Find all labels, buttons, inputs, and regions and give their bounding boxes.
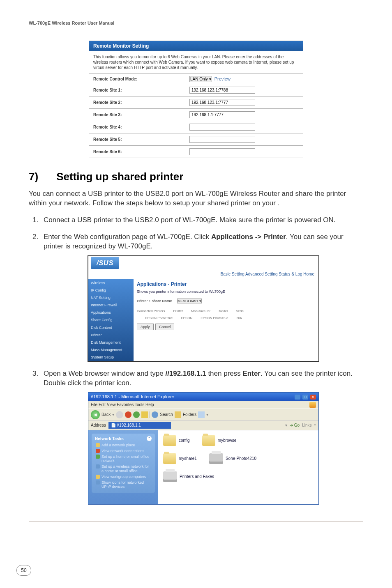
asus-side-item[interactable]: System Setup xyxy=(88,354,134,361)
window-buttons[interactable]: _ □ × xyxy=(294,394,316,400)
step-3: Open a Web browser window and type //192… xyxy=(40,369,363,504)
step-2: Enter the Web configuration page of WL-7… xyxy=(40,232,363,362)
rm-input-1[interactable] xyxy=(189,87,255,94)
rm-input-6[interactable] xyxy=(189,148,255,155)
links-label[interactable]: Links xyxy=(302,423,311,428)
minimize-icon[interactable]: _ xyxy=(295,395,300,400)
rm-mode-label: Remote Control Mode: xyxy=(89,74,185,84)
asus-share-label: Printer 1 share Name xyxy=(137,299,172,303)
ie-side-item[interactable]: View workgroup computers xyxy=(96,475,152,479)
go-button[interactable]: ➔ Go xyxy=(290,423,300,428)
ie-toolbar[interactable]: ◄ Back ▾ Search Folders ▾ xyxy=(88,409,318,421)
rm-row-label: Remote Site 6: xyxy=(89,146,185,158)
asus-apply-button[interactable]: Apply xyxy=(137,324,154,330)
section-title: Setting up shared printer xyxy=(56,170,183,183)
footer-divider xyxy=(29,521,363,521)
rm-row-label: Remote Site 1: xyxy=(89,84,185,96)
close-icon[interactable]: × xyxy=(310,395,316,400)
folder-item[interactable]: myshare1 xyxy=(163,453,197,464)
asus-col-val: N/A xyxy=(237,316,242,321)
ie-sidebar: Network Tasks ˄ Add a network place View… xyxy=(88,430,158,504)
rm-row-label: Remote Site 4: xyxy=(89,121,185,133)
step2-bold: Applications -> Printer xyxy=(211,233,286,241)
folder-icon xyxy=(163,453,176,464)
stop-icon[interactable] xyxy=(125,411,131,418)
rm-row-label: Remote Site 2: xyxy=(89,96,185,109)
asus-config-screenshot: /SUS Basic Setting Advanced Setting Stat… xyxy=(88,255,319,362)
remote-monitor-screenshot: Remote Monitor Setting This function all… xyxy=(89,41,303,158)
rm-input-5[interactable] xyxy=(189,136,255,143)
asus-tabs[interactable]: Basic Setting Advanced Setting Status & … xyxy=(88,270,318,279)
page-number: 50 xyxy=(16,565,31,576)
views-icon[interactable] xyxy=(198,411,205,418)
step3-bold-addr: //192.168.1.1 xyxy=(165,370,206,377)
header-divider xyxy=(29,38,363,38)
rm-mode-select[interactable]: LAN Only ▾ xyxy=(189,76,212,82)
asus-side-item[interactable]: Printer xyxy=(88,331,134,339)
asus-main-subtitle: Shows you printer information connected … xyxy=(137,289,315,294)
home-icon[interactable] xyxy=(141,411,148,418)
ie-menubar[interactable]: File Edit View Favorites Tools Help xyxy=(88,401,318,409)
search-icon[interactable] xyxy=(152,411,158,418)
asus-col-val: EPSON xyxy=(181,316,192,321)
asus-side-item[interactable]: Disk Management xyxy=(88,339,134,346)
folders-icon[interactable] xyxy=(175,411,181,418)
folder-item[interactable]: mybrowse xyxy=(202,435,237,446)
rm-row-label: Remote Site 3: xyxy=(89,109,185,121)
asus-side-item[interactable]: Disk Content xyxy=(88,324,134,331)
forward-button-icon[interactable] xyxy=(116,411,123,418)
asus-side-item[interactable]: Applications xyxy=(88,309,134,316)
asus-side-item[interactable]: IP Config xyxy=(88,287,134,294)
folder-icon xyxy=(163,435,176,446)
remote-monitor-desc: This function allows you to monitor up t… xyxy=(89,51,303,74)
asus-side-item[interactable]: NAT Setting xyxy=(88,294,134,301)
asus-sidebar[interactable]: Wireless IP Config NAT Setting Internet … xyxy=(88,279,134,361)
ie-main-pane[interactable]: config mybrowse myshare1 Sohe-Photo4210 … xyxy=(158,430,318,504)
address-input[interactable]: 📄 \\192.168.1.1 xyxy=(108,422,171,429)
folders-label[interactable]: Folders xyxy=(183,412,196,418)
ie-addressbar[interactable]: Address 📄 \\192.168.1.1 ▾ ➔ Go Links » xyxy=(88,421,318,430)
folder-item[interactable]: config xyxy=(163,435,190,446)
asus-col-hdr: Manufacturer xyxy=(191,309,210,314)
ie-side-item[interactable]: View network connections xyxy=(96,449,152,453)
back-label[interactable]: Back xyxy=(101,412,111,418)
asus-side-item[interactable]: Internet Firewall xyxy=(88,301,134,309)
search-label[interactable]: Search xyxy=(160,412,173,418)
folder-item[interactable]: Printers and Faxes xyxy=(163,471,214,482)
back-button-icon[interactable]: ◄ xyxy=(91,410,100,419)
rm-input-3[interactable] xyxy=(189,111,255,118)
manual-header: WL-700gE Wireless Router User Manual xyxy=(29,21,363,25)
collapse-icon[interactable]: ˄ xyxy=(147,436,152,441)
refresh-icon[interactable] xyxy=(133,411,140,418)
remote-monitor-title: Remote Monitor Setting xyxy=(89,41,303,51)
step-1: Connect a USB printer to the USB2.0 port… xyxy=(40,216,363,225)
ie-side-item[interactable]: Set up a wireless network for a home or … xyxy=(96,464,152,473)
ie-title: \\192.168.1.1 - Microsoft Internet Explo… xyxy=(91,394,174,400)
rm-input-4[interactable] xyxy=(189,124,255,131)
step3-bold-enter: Enter xyxy=(243,370,261,377)
asus-side-item[interactable]: Mass Management xyxy=(88,346,134,354)
ie-screenshot: \\192.168.1.1 - Microsoft Internet Explo… xyxy=(88,392,319,504)
rm-preview-link[interactable]: Preview xyxy=(214,76,231,81)
rm-input-2[interactable] xyxy=(189,99,255,106)
maximize-icon[interactable]: □ xyxy=(302,395,308,400)
asus-col-hdr: Model xyxy=(219,309,228,314)
asus-col-hdr: Serial xyxy=(236,309,244,314)
printer-icon xyxy=(209,453,223,464)
ie-throbber-icon xyxy=(309,402,316,408)
address-label: Address xyxy=(91,423,106,428)
printers-folder-icon xyxy=(163,471,177,482)
ie-side-item[interactable]: Add a network place xyxy=(96,443,152,448)
remote-monitor-table: Remote Control Mode: LAN Only ▾ Preview … xyxy=(89,74,303,158)
ie-titlebar: \\192.168.1.1 - Microsoft Internet Explo… xyxy=(88,393,318,401)
printer-item[interactable]: Sohe-Photo4210 xyxy=(209,453,256,464)
ie-side-title: Network Tasks xyxy=(95,436,124,442)
asus-side-item[interactable]: Share Config xyxy=(88,316,134,324)
ie-side-item[interactable]: Set up a home or small office network xyxy=(96,455,152,464)
asus-cancel-button[interactable]: Cancel xyxy=(155,324,174,330)
asus-share-select[interactable]: MFVCL8491 ▾ xyxy=(177,299,202,303)
asus-side-item[interactable]: Wireless xyxy=(88,279,134,287)
folder-icon xyxy=(202,435,215,446)
section-number: 7) xyxy=(29,170,53,183)
ie-side-item[interactable]: Show icons for networked UPnP devices xyxy=(96,480,152,489)
